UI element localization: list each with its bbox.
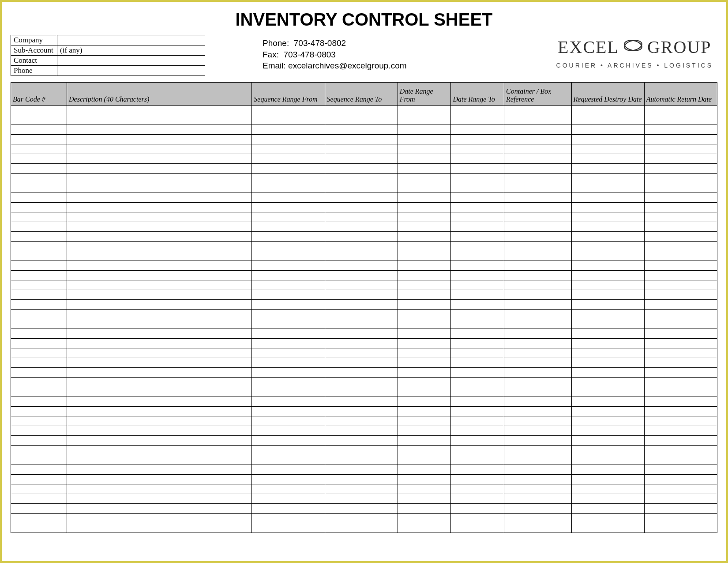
table-cell[interactable] [644, 329, 717, 339]
table-cell[interactable] [504, 416, 571, 426]
table-cell[interactable] [325, 183, 398, 193]
table-cell[interactable] [451, 193, 504, 203]
table-cell[interactable] [571, 494, 644, 504]
table-cell[interactable] [398, 212, 451, 222]
table-cell[interactable] [325, 504, 398, 514]
table-cell[interactable] [571, 465, 644, 475]
table-cell[interactable] [325, 494, 398, 504]
table-cell[interactable] [252, 348, 325, 358]
table-cell[interactable] [644, 193, 717, 203]
table-cell[interactable] [644, 290, 717, 300]
table-cell[interactable] [11, 183, 67, 193]
table-cell[interactable] [451, 426, 504, 436]
table-cell[interactable] [11, 222, 67, 232]
table-cell[interactable] [252, 319, 325, 329]
table-cell[interactable] [398, 455, 451, 465]
info-value[interactable] [57, 35, 205, 45]
table-cell[interactable] [325, 115, 398, 125]
table-cell[interactable] [504, 193, 571, 203]
table-cell[interactable] [504, 368, 571, 378]
table-cell[interactable] [504, 164, 571, 174]
table-cell[interactable] [571, 106, 644, 115]
table-cell[interactable] [398, 222, 451, 232]
table-cell[interactable] [252, 378, 325, 387]
table-cell[interactable] [252, 397, 325, 407]
table-cell[interactable] [504, 436, 571, 446]
table-cell[interactable] [504, 310, 571, 319]
table-cell[interactable] [67, 144, 252, 154]
table-cell[interactable] [67, 232, 252, 242]
table-cell[interactable] [644, 135, 717, 144]
table-cell[interactable] [398, 261, 451, 271]
table-cell[interactable] [11, 106, 67, 115]
table-cell[interactable] [67, 290, 252, 300]
table-cell[interactable] [398, 154, 451, 164]
table-cell[interactable] [504, 154, 571, 164]
table-cell[interactable] [504, 514, 571, 523]
table-cell[interactable] [325, 271, 398, 280]
table-cell[interactable] [451, 115, 504, 125]
table-cell[interactable] [252, 484, 325, 494]
table-cell[interactable] [451, 378, 504, 387]
table-cell[interactable] [252, 300, 325, 310]
table-cell[interactable] [325, 135, 398, 144]
table-cell[interactable] [11, 125, 67, 135]
table-cell[interactable] [67, 271, 252, 280]
table-cell[interactable] [325, 358, 398, 368]
table-cell[interactable] [451, 164, 504, 174]
table-cell[interactable] [571, 115, 644, 125]
table-cell[interactable] [325, 242, 398, 251]
table-cell[interactable] [398, 348, 451, 358]
table-cell[interactable] [252, 465, 325, 475]
table-cell[interactable] [252, 387, 325, 397]
table-cell[interactable] [644, 319, 717, 329]
table-cell[interactable] [325, 378, 398, 387]
table-cell[interactable] [504, 106, 571, 115]
table-cell[interactable] [571, 290, 644, 300]
table-cell[interactable] [644, 465, 717, 475]
table-cell[interactable] [398, 125, 451, 135]
table-cell[interactable] [504, 271, 571, 280]
table-cell[interactable] [398, 523, 451, 533]
table-cell[interactable] [398, 251, 451, 261]
table-cell[interactable] [451, 290, 504, 300]
table-cell[interactable] [325, 514, 398, 523]
table-cell[interactable] [252, 475, 325, 484]
table-cell[interactable] [644, 232, 717, 242]
table-cell[interactable] [571, 397, 644, 407]
table-cell[interactable] [398, 271, 451, 280]
table-cell[interactable] [252, 154, 325, 164]
table-cell[interactable] [451, 484, 504, 494]
table-cell[interactable] [252, 436, 325, 446]
table-cell[interactable] [11, 504, 67, 514]
table-cell[interactable] [67, 484, 252, 494]
table-cell[interactable] [67, 455, 252, 465]
table-cell[interactable] [644, 514, 717, 523]
table-cell[interactable] [252, 261, 325, 271]
table-cell[interactable] [11, 300, 67, 310]
table-cell[interactable] [67, 280, 252, 290]
table-cell[interactable] [325, 416, 398, 426]
table-cell[interactable] [325, 339, 398, 348]
table-cell[interactable] [571, 164, 644, 174]
table-cell[interactable] [571, 475, 644, 484]
table-cell[interactable] [571, 378, 644, 387]
table-cell[interactable] [504, 183, 571, 193]
table-cell[interactable] [325, 329, 398, 339]
table-cell[interactable] [325, 164, 398, 174]
table-cell[interactable] [451, 174, 504, 183]
table-cell[interactable] [325, 310, 398, 319]
table-cell[interactable] [451, 319, 504, 329]
table-cell[interactable] [67, 465, 252, 475]
table-cell[interactable] [571, 358, 644, 368]
table-cell[interactable] [325, 193, 398, 203]
table-cell[interactable] [451, 154, 504, 164]
table-cell[interactable] [504, 504, 571, 514]
table-cell[interactable] [325, 232, 398, 242]
table-cell[interactable] [451, 436, 504, 446]
table-cell[interactable] [11, 484, 67, 494]
table-cell[interactable] [252, 242, 325, 251]
table-cell[interactable] [504, 280, 571, 290]
table-cell[interactable] [325, 280, 398, 290]
table-cell[interactable] [252, 144, 325, 154]
